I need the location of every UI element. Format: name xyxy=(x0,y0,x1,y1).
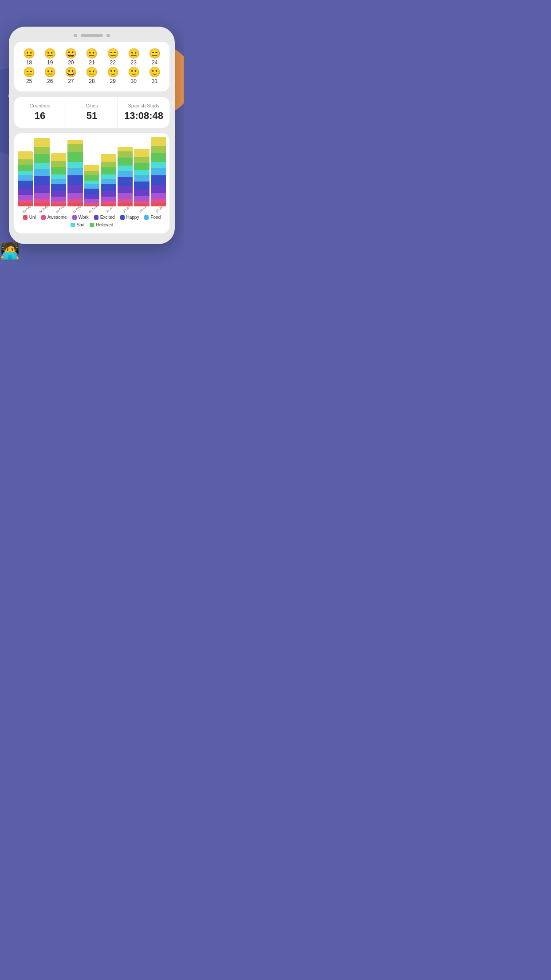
background: 🗼 🧍‍♀️ 🧘‍♀️ 🧑‍💻 😐18😐19😀20😐21😑22😐23😑24😑25… xyxy=(0,0,184,327)
cal-day-number: 29 xyxy=(110,78,115,84)
bar-segment xyxy=(118,203,133,206)
bar-segment xyxy=(51,204,66,206)
calendar-cell: 😐26 xyxy=(40,67,59,84)
bar-segment xyxy=(151,168,166,175)
phone-mockup: 😐18😐19😀20😐21😑22😐23😑24😑25😐26😀27😐28🙂29🙂30🙂… xyxy=(9,27,175,244)
bar-column: 28 Jul xyxy=(151,137,166,211)
phone-sensor-dot xyxy=(106,34,110,37)
cal-day-number: 18 xyxy=(26,59,32,66)
bar-segment xyxy=(118,177,133,186)
bar-segment xyxy=(151,185,166,193)
legend-label: Food xyxy=(150,215,161,220)
stat-item: Spanish Study13:08:48 xyxy=(118,97,169,128)
cal-emoji: 🙂 xyxy=(149,67,161,77)
calendar-cell: 😐18 xyxy=(20,49,39,66)
bar-segment xyxy=(134,196,149,201)
bar-segment xyxy=(151,203,166,206)
legend-item: Uni xyxy=(23,215,36,220)
bar-stack xyxy=(101,154,116,206)
bar-segment xyxy=(118,147,133,151)
phone-speaker xyxy=(81,34,103,37)
calendar-cell: 😑25 xyxy=(20,67,39,84)
stat-label: Cities xyxy=(70,103,114,108)
bar-segment xyxy=(101,197,116,201)
bar-segment xyxy=(51,161,66,167)
bar-segment xyxy=(67,185,83,193)
legend-item: Work xyxy=(72,215,89,220)
cal-emoji: 😑 xyxy=(149,49,161,59)
bar-segment xyxy=(84,199,99,203)
cal-day-number: 26 xyxy=(47,78,53,84)
cal-day-number: 30 xyxy=(131,78,137,84)
bar-column: 05 Aug xyxy=(18,151,33,211)
header-title xyxy=(0,0,184,27)
legend-color-dot xyxy=(94,215,98,220)
bar-segment xyxy=(67,199,83,203)
bar-segment xyxy=(34,154,49,163)
bar-stack xyxy=(151,137,166,206)
calendar-cell: 😑22 xyxy=(103,49,122,66)
bar-stack xyxy=(84,165,99,206)
bar-segment xyxy=(67,144,83,152)
calendar-cell: 😀20 xyxy=(61,49,80,66)
bar-segment xyxy=(34,138,49,147)
cal-day-number: 19 xyxy=(47,59,53,66)
bar-segment xyxy=(151,137,166,146)
cal-day-number: 21 xyxy=(89,59,94,66)
bar-segment xyxy=(84,175,99,181)
legend-label: Happy xyxy=(126,215,139,220)
chart-card: 05 Aug04 Aug03 Aug02 Aug01 Aug31 Jul30 J… xyxy=(14,133,169,233)
bar-segment xyxy=(101,179,116,184)
bar-segment xyxy=(18,189,33,195)
bar-segment xyxy=(101,191,116,197)
legend-item: Food xyxy=(144,215,161,220)
bar-column: 31 Jul xyxy=(101,154,116,211)
bar-stack xyxy=(51,153,66,206)
bar-segment xyxy=(134,149,149,157)
bar-segment xyxy=(67,175,83,185)
bar-segment xyxy=(18,203,33,206)
calendar-cell: 😐28 xyxy=(82,67,101,84)
bar-segment xyxy=(34,199,49,203)
cal-emoji: 😐 xyxy=(128,49,140,59)
legend-color-dot xyxy=(72,215,77,220)
cal-day-number: 22 xyxy=(110,59,115,66)
bar-segment xyxy=(51,174,66,179)
stats-row: Countries16Cities51Spanish Study13:08:48 xyxy=(14,97,169,128)
bar-segment xyxy=(67,203,83,206)
cal-emoji: 😐 xyxy=(23,49,35,59)
bar-segment xyxy=(134,175,149,182)
bar-segment xyxy=(118,166,133,171)
bar-segment xyxy=(67,152,83,162)
bar-segment xyxy=(134,163,149,170)
stat-value: 13:08:48 xyxy=(122,110,166,122)
cal-emoji: 😐 xyxy=(86,67,98,77)
cal-emoji: 🙂 xyxy=(128,67,140,77)
bar-column: 03 Aug xyxy=(51,153,66,211)
calendar-cell: 🙂31 xyxy=(145,67,164,84)
bar-segment xyxy=(67,162,83,168)
phone-camera-dot xyxy=(74,34,77,37)
bar-column: 04 Aug xyxy=(34,138,49,211)
legend-label: Relieved xyxy=(96,222,113,227)
bar-segment xyxy=(34,185,49,193)
bar-segment xyxy=(84,181,99,184)
bar-segment xyxy=(34,203,49,206)
legend-color-dot xyxy=(71,223,75,227)
bar-segment xyxy=(51,153,66,161)
calendar-cell: 🙂29 xyxy=(103,67,122,84)
bar-segment xyxy=(118,199,133,203)
bar-segment xyxy=(151,193,166,199)
bar-segment xyxy=(51,197,66,201)
bar-segment xyxy=(67,140,83,144)
bar-segment xyxy=(118,171,133,177)
bar-segment xyxy=(118,193,133,199)
bar-segment xyxy=(67,168,83,175)
stat-value: 51 xyxy=(70,110,114,122)
cal-day-number: 24 xyxy=(152,59,157,66)
calendar-grid: 😐18😐19😀20😐21😑22😐23😑24😑25😐26😀27😐28🙂29🙂30🙂… xyxy=(20,49,164,84)
legend-label: Excited xyxy=(100,215,115,220)
cal-emoji: 😀 xyxy=(65,67,77,77)
bar-chart-area: 05 Aug04 Aug03 Aug02 Aug01 Aug31 Jul30 J… xyxy=(18,140,166,211)
bar-stack xyxy=(118,147,133,206)
